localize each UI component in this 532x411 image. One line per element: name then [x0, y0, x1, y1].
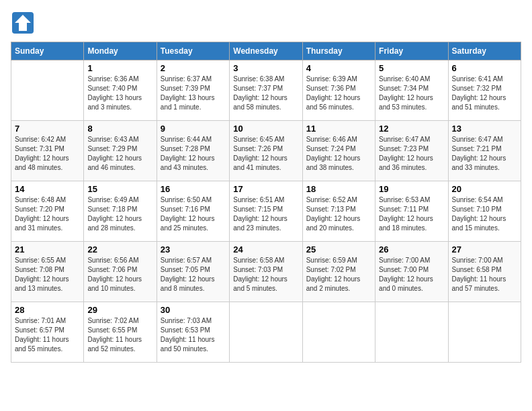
calendar-cell: 23Sunrise: 6:57 AM Sunset: 7:05 PM Dayli…	[157, 242, 229, 302]
day-info: Sunrise: 6:49 AM Sunset: 7:18 PM Dayligh…	[87, 195, 152, 233]
day-info: Sunrise: 6:47 AM Sunset: 7:23 PM Dayligh…	[379, 135, 444, 173]
day-info: Sunrise: 6:59 AM Sunset: 7:02 PM Dayligh…	[306, 256, 371, 293]
calendar-cell: 11Sunrise: 6:46 AM Sunset: 7:24 PM Dayli…	[302, 121, 375, 181]
calendar-cell: 16Sunrise: 6:50 AM Sunset: 7:16 PM Dayli…	[157, 181, 229, 242]
calendar-cell: 2Sunrise: 6:37 AM Sunset: 7:39 PM Daylig…	[157, 60, 229, 121]
calendar-cell: 10Sunrise: 6:45 AM Sunset: 7:26 PM Dayli…	[230, 121, 302, 181]
day-number: 5	[379, 63, 444, 73]
header-friday: Friday	[375, 42, 448, 60]
day-info: Sunrise: 6:47 AM Sunset: 7:21 PM Dayligh…	[452, 135, 517, 173]
calendar-cell: 4Sunrise: 6:39 AM Sunset: 7:36 PM Daylig…	[302, 60, 375, 121]
week-row-0: 1Sunrise: 6:36 AM Sunset: 7:40 PM Daylig…	[11, 60, 521, 121]
day-info: Sunrise: 6:39 AM Sunset: 7:36 PM Dayligh…	[306, 75, 371, 112]
day-info: Sunrise: 6:52 AM Sunset: 7:13 PM Dayligh…	[306, 195, 371, 233]
day-info: Sunrise: 6:58 AM Sunset: 7:03 PM Dayligh…	[233, 256, 298, 293]
day-info: Sunrise: 6:45 AM Sunset: 7:26 PM Dayligh…	[233, 135, 298, 173]
header-wednesday: Wednesday	[230, 42, 302, 60]
day-number: 13	[452, 124, 517, 134]
day-number: 15	[87, 184, 152, 194]
calendar-cell: 15Sunrise: 6:49 AM Sunset: 7:18 PM Dayli…	[84, 181, 157, 242]
week-row-3: 21Sunrise: 6:55 AM Sunset: 7:08 PM Dayli…	[11, 242, 521, 302]
calendar-cell: 6Sunrise: 6:41 AM Sunset: 7:32 PM Daylig…	[448, 60, 521, 121]
day-number: 9	[161, 124, 226, 134]
day-number: 23	[161, 244, 226, 255]
calendar-cell: 7Sunrise: 6:42 AM Sunset: 7:31 PM Daylig…	[11, 121, 84, 181]
calendar-cell	[448, 302, 521, 363]
calendar-cell: 19Sunrise: 6:53 AM Sunset: 7:11 PM Dayli…	[375, 181, 448, 242]
day-number: 11	[306, 124, 371, 134]
day-info: Sunrise: 6:37 AM Sunset: 7:39 PM Dayligh…	[161, 75, 226, 112]
calendar-cell: 8Sunrise: 6:43 AM Sunset: 7:29 PM Daylig…	[84, 121, 157, 181]
calendar-cell: 29Sunrise: 7:02 AM Sunset: 6:55 PM Dayli…	[84, 302, 157, 363]
calendar-cell: 5Sunrise: 6:40 AM Sunset: 7:34 PM Daylig…	[375, 60, 448, 121]
calendar-cell: 17Sunrise: 6:51 AM Sunset: 7:15 PM Dayli…	[230, 181, 302, 242]
calendar-cell: 30Sunrise: 7:03 AM Sunset: 6:53 PM Dayli…	[157, 302, 229, 363]
page-header	[11, 11, 521, 35]
day-number: 19	[379, 184, 444, 194]
day-number: 1	[87, 63, 152, 73]
day-number: 8	[87, 124, 152, 134]
day-info: Sunrise: 7:00 AM Sunset: 6:58 PM Dayligh…	[452, 256, 517, 293]
calendar-cell: 20Sunrise: 6:54 AM Sunset: 7:10 PM Dayli…	[448, 181, 521, 242]
day-info: Sunrise: 6:51 AM Sunset: 7:15 PM Dayligh…	[233, 195, 298, 233]
day-info: Sunrise: 6:57 AM Sunset: 7:05 PM Dayligh…	[161, 256, 226, 293]
day-info: Sunrise: 7:00 AM Sunset: 7:00 PM Dayligh…	[379, 256, 444, 293]
calendar-cell: 24Sunrise: 6:58 AM Sunset: 7:03 PM Dayli…	[230, 242, 302, 302]
day-number: 16	[161, 184, 226, 194]
header-thursday: Thursday	[302, 42, 375, 60]
calendar-cell	[11, 60, 84, 121]
header-saturday: Saturday	[448, 42, 521, 60]
calendar-cell: 3Sunrise: 6:38 AM Sunset: 7:37 PM Daylig…	[230, 60, 302, 121]
header-sunday: Sunday	[11, 42, 84, 60]
day-info: Sunrise: 6:41 AM Sunset: 7:32 PM Dayligh…	[452, 75, 517, 112]
day-info: Sunrise: 6:43 AM Sunset: 7:29 PM Dayligh…	[87, 135, 152, 173]
day-number: 6	[452, 63, 517, 73]
calendar-cell: 9Sunrise: 6:44 AM Sunset: 7:28 PM Daylig…	[157, 121, 229, 181]
calendar-table: SundayMondayTuesdayWednesdayThursdayFrid…	[11, 42, 521, 363]
week-row-4: 28Sunrise: 7:01 AM Sunset: 6:57 PM Dayli…	[11, 302, 521, 363]
day-info: Sunrise: 6:53 AM Sunset: 7:11 PM Dayligh…	[379, 195, 444, 233]
day-info: Sunrise: 6:50 AM Sunset: 7:16 PM Dayligh…	[161, 195, 226, 233]
calendar-cell: 1Sunrise: 6:36 AM Sunset: 7:40 PM Daylig…	[84, 60, 157, 121]
day-number: 18	[306, 184, 371, 194]
calendar-cell: 18Sunrise: 6:52 AM Sunset: 7:13 PM Dayli…	[302, 181, 375, 242]
day-number: 14	[15, 184, 80, 194]
calendar-cell: 12Sunrise: 6:47 AM Sunset: 7:23 PM Dayli…	[375, 121, 448, 181]
week-row-2: 14Sunrise: 6:48 AM Sunset: 7:20 PM Dayli…	[11, 181, 521, 242]
calendar-cell	[375, 302, 448, 363]
day-number: 17	[233, 184, 298, 194]
day-info: Sunrise: 6:56 AM Sunset: 7:06 PM Dayligh…	[87, 256, 152, 293]
calendar-cell: 22Sunrise: 6:56 AM Sunset: 7:06 PM Dayli…	[84, 242, 157, 302]
day-number: 29	[87, 305, 152, 315]
day-info: Sunrise: 6:54 AM Sunset: 7:10 PM Dayligh…	[452, 195, 517, 233]
header-tuesday: Tuesday	[157, 42, 229, 60]
calendar-cell: 27Sunrise: 7:00 AM Sunset: 6:58 PM Dayli…	[448, 242, 521, 302]
day-number: 20	[452, 184, 517, 194]
day-info: Sunrise: 7:02 AM Sunset: 6:55 PM Dayligh…	[87, 316, 152, 354]
day-info: Sunrise: 6:36 AM Sunset: 7:40 PM Dayligh…	[87, 75, 152, 112]
day-info: Sunrise: 6:55 AM Sunset: 7:08 PM Dayligh…	[15, 256, 80, 293]
calendar-cell: 26Sunrise: 7:00 AM Sunset: 7:00 PM Dayli…	[375, 242, 448, 302]
day-number: 25	[306, 244, 371, 255]
day-number: 3	[233, 63, 298, 73]
day-info: Sunrise: 6:44 AM Sunset: 7:28 PM Dayligh…	[161, 135, 226, 173]
day-info: Sunrise: 6:42 AM Sunset: 7:31 PM Dayligh…	[15, 135, 80, 173]
calendar-cell: 25Sunrise: 6:59 AM Sunset: 7:02 PM Dayli…	[302, 242, 375, 302]
day-number: 10	[233, 124, 298, 134]
logo-icon	[11, 11, 35, 35]
day-info: Sunrise: 6:38 AM Sunset: 7:37 PM Dayligh…	[233, 75, 298, 112]
day-number: 2	[161, 63, 226, 73]
week-row-1: 7Sunrise: 6:42 AM Sunset: 7:31 PM Daylig…	[11, 121, 521, 181]
header-row: SundayMondayTuesdayWednesdayThursdayFrid…	[11, 42, 521, 60]
logo	[11, 11, 38, 35]
day-number: 4	[306, 63, 371, 73]
day-number: 28	[15, 305, 80, 315]
day-number: 12	[379, 124, 444, 134]
calendar-cell: 13Sunrise: 6:47 AM Sunset: 7:21 PM Dayli…	[448, 121, 521, 181]
day-number: 30	[161, 305, 226, 315]
day-info: Sunrise: 7:01 AM Sunset: 6:57 PM Dayligh…	[15, 316, 80, 354]
day-info: Sunrise: 6:40 AM Sunset: 7:34 PM Dayligh…	[379, 75, 444, 112]
day-number: 26	[379, 244, 444, 255]
day-info: Sunrise: 6:48 AM Sunset: 7:20 PM Dayligh…	[15, 195, 80, 233]
day-info: Sunrise: 6:46 AM Sunset: 7:24 PM Dayligh…	[306, 135, 371, 173]
